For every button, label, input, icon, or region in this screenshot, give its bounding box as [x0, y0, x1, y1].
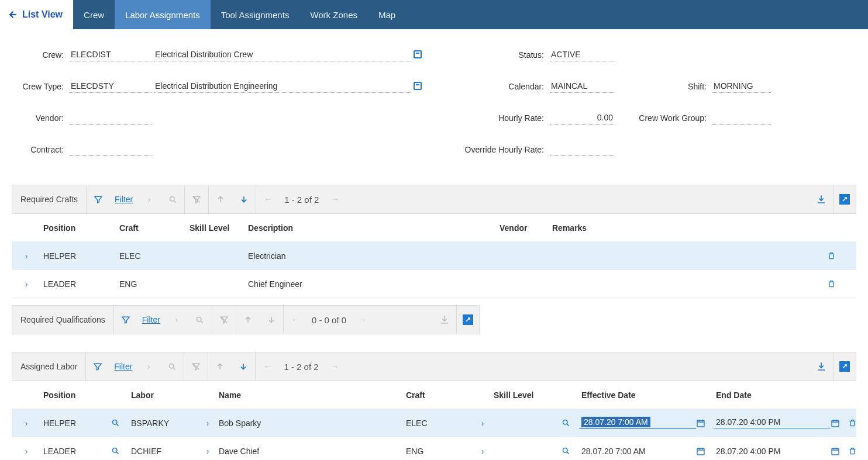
col-craft[interactable]: Craft — [117, 223, 187, 233]
label-crew-type: Crew Type: — [12, 82, 67, 91]
detail-chevron-icon[interactable]: › — [199, 419, 216, 428]
arrow-up-icon[interactable] — [236, 306, 260, 334]
chevron-right-icon[interactable]: › — [165, 306, 188, 334]
col-position[interactable]: Position — [41, 390, 111, 400]
download-icon[interactable] — [810, 185, 833, 213]
calendar-field[interactable]: MAINCAL — [550, 80, 614, 93]
filter-link[interactable]: Filter — [110, 195, 137, 204]
label-contract: Contract: — [12, 145, 67, 154]
col-skill-level[interactable]: Skill Level — [187, 223, 246, 233]
page-prev-icon[interactable]: ← — [256, 185, 280, 213]
crew-desc-field[interactable]: Electrical Distribution Crew — [154, 49, 411, 61]
col-craft[interactable]: Craft — [404, 390, 474, 400]
col-position[interactable]: Position — [41, 223, 117, 233]
col-effective-date[interactable]: Effective Date — [579, 390, 696, 400]
search-icon[interactable] — [188, 306, 212, 334]
cell-end-date[interactable]: 28.07.20 4:00 PM — [714, 417, 831, 428]
trash-icon[interactable] — [827, 279, 850, 288]
chevron-right-icon[interactable]: › — [137, 352, 160, 381]
status-field[interactable]: ACTIVE — [550, 49, 614, 61]
arrow-up-icon[interactable] — [209, 185, 232, 213]
search-icon[interactable] — [161, 185, 184, 213]
expand-icon[interactable] — [839, 361, 850, 372]
col-labor[interactable]: Labor — [129, 390, 199, 400]
arrow-down-icon[interactable] — [232, 185, 256, 213]
hourly-rate-field[interactable]: 0.00 — [550, 112, 614, 124]
list-view-button[interactable]: List View — [0, 0, 73, 29]
crew-type-desc-field[interactable]: Electrical Distribution Engineering — [154, 80, 411, 93]
download-icon[interactable] — [433, 306, 456, 334]
lookup-icon[interactable] — [562, 447, 579, 455]
filter-link[interactable]: Filter — [109, 362, 137, 371]
lookup-icon[interactable] — [111, 419, 129, 427]
page-next-icon[interactable]: → — [351, 306, 374, 334]
lookup-icon[interactable] — [111, 447, 129, 455]
cell-effective-date[interactable]: 28.07.20 7:00 AM — [579, 447, 696, 456]
trash-icon[interactable] — [848, 419, 868, 427]
arrow-down-icon[interactable] — [232, 352, 255, 381]
table-header-row: Position Labor Name Craft Skill Level Ef… — [12, 381, 856, 409]
calendar-icon[interactable] — [831, 447, 848, 456]
filter-icon[interactable] — [87, 185, 110, 213]
table-row[interactable]: › LEADER DCHIEF › Dave Chief ENG › 28.07… — [12, 437, 856, 460]
filter-icon[interactable] — [86, 352, 109, 381]
page-prev-icon[interactable]: ← — [284, 306, 307, 334]
expand-row-icon[interactable]: › — [12, 419, 41, 428]
override-hourly-rate-field[interactable] — [550, 143, 614, 156]
table-row[interactable]: › HELPER BSPARKY › Bob Sparky ELEC › 28.… — [12, 409, 856, 437]
detail-menu-icon[interactable] — [414, 82, 422, 90]
tab-tool-assignments[interactable]: Tool Assignments — [211, 0, 300, 29]
expand-row-icon[interactable]: › — [12, 279, 41, 289]
lookup-icon[interactable] — [562, 419, 579, 427]
expand-icon[interactable] — [463, 314, 473, 325]
filter-icon[interactable] — [114, 306, 137, 334]
filter-link[interactable]: Filter — [137, 315, 165, 324]
col-end-date[interactable]: End Date — [714, 390, 831, 400]
cell-effective-date[interactable]: 28.07.20 7:00 AM — [579, 417, 696, 429]
clear-filter-icon[interactable] — [185, 185, 208, 213]
clear-filter-icon[interactable] — [184, 352, 208, 381]
expand-icon[interactable] — [839, 194, 850, 205]
col-skill-level[interactable]: Skill Level — [491, 390, 562, 400]
cell-end-date[interactable]: 28.07.20 4:00 PM — [714, 447, 831, 456]
trash-icon[interactable] — [827, 251, 850, 260]
vendor-field[interactable] — [70, 112, 151, 124]
calendar-icon[interactable] — [696, 447, 714, 456]
detail-chevron-icon[interactable]: › — [474, 447, 491, 456]
detail-chevron-icon[interactable]: › — [199, 447, 216, 456]
calendar-icon[interactable] — [696, 419, 714, 428]
crew-work-group-field[interactable] — [712, 112, 771, 124]
calendar-icon[interactable] — [831, 419, 848, 428]
col-description[interactable]: Description — [246, 223, 497, 233]
table-row[interactable]: › LEADER ENG Chief Engineer — [12, 270, 856, 298]
cell-position: LEADER — [41, 447, 111, 456]
tab-labor-assignments[interactable]: Labor Assignments — [115, 0, 211, 29]
clear-filter-icon[interactable] — [212, 306, 236, 334]
search-icon[interactable] — [160, 352, 184, 381]
page-prev-icon[interactable]: ← — [256, 352, 279, 381]
crew-type-field[interactable]: ELECDSTY — [70, 80, 151, 93]
arrow-down-icon[interactable] — [260, 306, 283, 334]
page-next-icon[interactable]: → — [323, 185, 347, 213]
detail-chevron-icon[interactable]: › — [474, 419, 491, 428]
tab-map[interactable]: Map — [368, 0, 406, 29]
col-name[interactable]: Name — [216, 390, 404, 400]
crew-field[interactable]: ELECDIST — [70, 49, 151, 61]
svg-point-1 — [197, 317, 202, 321]
expand-row-icon[interactable]: › — [12, 251, 41, 261]
table-row[interactable]: › HELPER ELEC Electrician — [12, 242, 856, 270]
trash-icon[interactable] — [848, 447, 868, 455]
shift-field[interactable]: MORNING — [712, 80, 771, 93]
download-icon[interactable] — [810, 352, 833, 381]
detail-menu-icon[interactable] — [414, 50, 422, 58]
tab-crew[interactable]: Crew — [73, 0, 115, 29]
required-qualifications-toolbar: Required Qualifications Filter › ← 0 - 0… — [12, 305, 480, 334]
contract-field[interactable] — [70, 143, 151, 156]
col-remarks[interactable]: Remarks — [550, 223, 614, 233]
chevron-right-icon[interactable]: › — [137, 185, 161, 213]
col-vendor[interactable]: Vendor — [497, 223, 550, 233]
expand-row-icon[interactable]: › — [12, 447, 41, 456]
tab-work-zones[interactable]: Work Zones — [299, 0, 368, 29]
page-next-icon[interactable]: → — [323, 352, 347, 381]
arrow-up-icon[interactable] — [208, 352, 232, 381]
